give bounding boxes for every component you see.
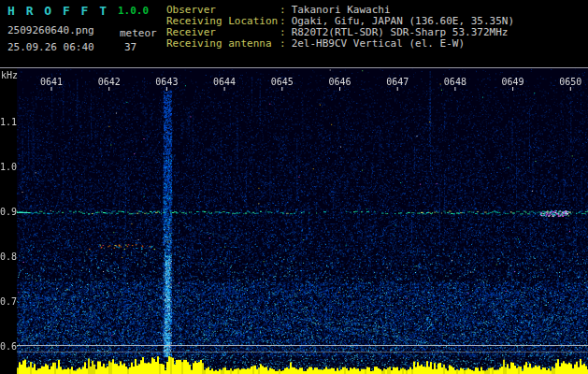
- spectrogram-panel: kHz 1.11.00.90.80.70.6 06410642064306440…: [0, 68, 588, 374]
- datetime-label: 25.09.26 06:40: [7, 41, 94, 53]
- y-tick-label: 0.6: [0, 341, 15, 352]
- y-tick-label: 0.9: [0, 207, 15, 217]
- y-tick-label: 1.1: [0, 117, 15, 127]
- y-tick-label: 0.8: [0, 252, 15, 262]
- hrofft-screen: H R O F F T 1.0.0 2509260640.png meteor …: [0, 0, 588, 374]
- header: H R O F F T 1.0.0 2509260640.png meteor …: [0, 0, 588, 67]
- station-info: Observer:Takanori Kawachi Receiving Loca…: [166, 5, 514, 50]
- output-filename: 2509260640.png: [7, 24, 94, 36]
- y-tick-label: 1.0: [0, 162, 15, 172]
- echo-count: 37: [124, 41, 136, 53]
- app-title: H R O F F T: [7, 4, 108, 18]
- info-colon: :: [280, 37, 292, 50]
- spectrogram-canvas: [17, 68, 588, 374]
- info-value: 2el-HB9CV Vertical (el. E-W): [292, 37, 465, 50]
- mode-label: meteor: [120, 27, 157, 39]
- info-label: Receiving antenna: [166, 38, 280, 50]
- y-tick-label: 0.7: [0, 296, 15, 307]
- y-axis-unit-label: kHz: [1, 70, 18, 80]
- app-version: 1.0.0: [118, 5, 149, 17]
- station-info-row: Receiving antenna:2el-HB9CV Vertical (el…: [166, 38, 514, 50]
